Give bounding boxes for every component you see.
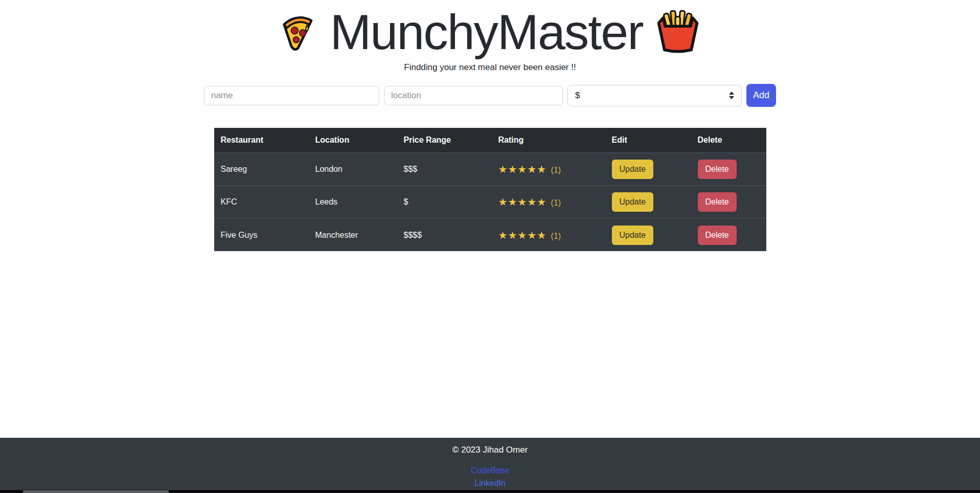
cell-location: London: [309, 153, 397, 186]
delete-button[interactable]: Delete: [698, 160, 737, 179]
price-select-value: $: [575, 91, 580, 101]
linkedin-link[interactable]: LinkedIn: [0, 477, 980, 489]
col-delete: Delete: [691, 128, 766, 153]
cell-restaurant: Sareeg: [214, 153, 309, 186]
select-arrows-icon: [729, 92, 734, 99]
col-price-range: Price Range: [397, 128, 492, 153]
page-header: MunchyMaster: [0, 0, 980, 60]
delete-button[interactable]: Delete: [698, 226, 737, 245]
price-select[interactable]: $: [567, 85, 742, 106]
update-button[interactable]: Update: [612, 192, 654, 212]
cell-rating: ★★★★★ (1): [492, 153, 605, 186]
cell-rating: ★★★★★ (1): [492, 218, 605, 251]
table-row: Five Guys Manchester $$$$ ★★★★★ (1) Upda…: [214, 218, 766, 251]
restaurants-table: Restaurant Location Price Range Rating E…: [214, 128, 766, 251]
footer-links: CodeBase LinkedIn: [0, 464, 980, 489]
rating-count: (1): [551, 166, 561, 174]
col-location: Location: [309, 128, 397, 153]
star-rating-icons: ★★★★★: [498, 230, 547, 241]
star-rating-icons: ★★★★★: [498, 196, 547, 208]
pizza-icon: [277, 4, 321, 59]
cell-restaurant: Five Guys: [214, 218, 309, 251]
cell-location: Manchester: [309, 218, 397, 251]
table-header-row: Restaurant Location Price Range Rating E…: [214, 128, 766, 153]
add-button[interactable]: Add: [746, 84, 776, 107]
cell-restaurant: KFC: [214, 186, 309, 218]
update-button[interactable]: Update: [612, 226, 654, 245]
cell-price-range: $$$$: [397, 218, 492, 251]
footer: © 2023 Jihad Omer CodeBase LinkedIn: [0, 438, 980, 490]
update-button[interactable]: Update: [612, 160, 654, 179]
table-row: KFC Leeds $ ★★★★★ (1) Update Delete: [214, 186, 766, 218]
codebase-link[interactable]: CodeBase: [0, 464, 980, 477]
rating-count: (1): [551, 198, 561, 207]
horizontal-scrollbar[interactable]: [0, 490, 980, 493]
location-input[interactable]: [384, 86, 563, 105]
col-edit: Edit: [605, 128, 691, 153]
col-restaurant: Restaurant: [214, 128, 309, 153]
col-rating: Rating: [492, 128, 605, 153]
add-restaurant-form: $ Add: [0, 84, 980, 107]
cell-location: Leeds: [309, 186, 397, 218]
delete-button[interactable]: Delete: [698, 192, 737, 212]
cell-rating: ★★★★★ (1): [492, 186, 605, 218]
page-title: MunchyMaster: [330, 7, 643, 57]
cell-price-range: $$$: [397, 153, 492, 186]
table-row: Sareeg London $$$ ★★★★★ (1) Update Delet…: [214, 153, 766, 186]
page-subtitle: Findding your next meal never been easie…: [0, 62, 980, 73]
name-input[interactable]: [204, 86, 379, 105]
cell-price-range: $: [397, 186, 492, 218]
copyright-text: © 2023 Jihad Omer: [0, 438, 980, 455]
scrollbar-thumb[interactable]: [23, 490, 169, 493]
rating-count: (1): [551, 232, 561, 240]
star-rating-icons: ★★★★★: [498, 164, 547, 175]
page: MunchyMaster Findding your next meal nev…: [0, 0, 980, 493]
fries-icon: [652, 4, 703, 59]
